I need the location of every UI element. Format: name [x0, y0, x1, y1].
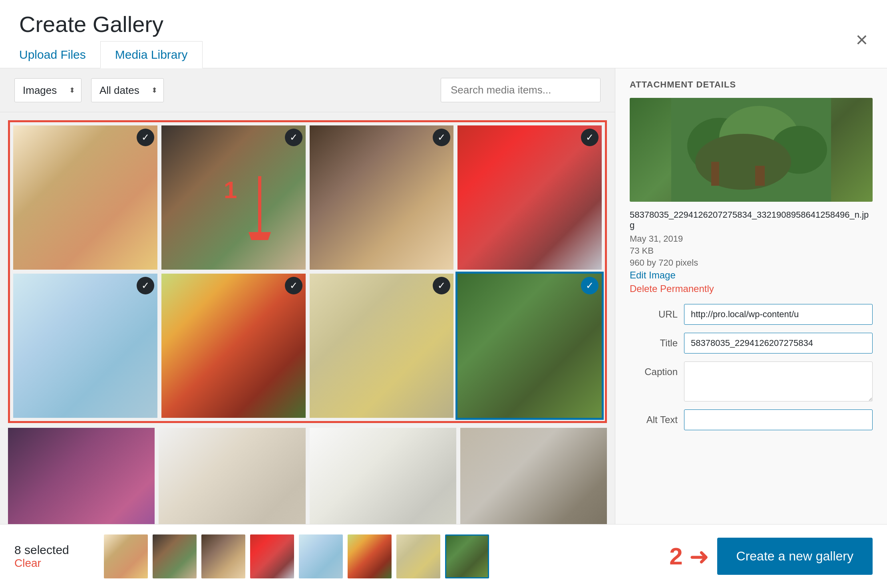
alt-text-field-row: Alt Text	[630, 409, 873, 430]
attachment-details-title: ATTACHMENT DETAILS	[630, 79, 873, 90]
title-field-row: Title	[630, 333, 873, 354]
modal-body: Images Audio Video ⬍ All dates 2019 2020…	[0, 68, 887, 524]
edit-image-link[interactable]: Edit Image	[630, 270, 873, 281]
svg-rect-7	[711, 162, 719, 186]
bottom-bar: 8 selected Clear 2 ➜ Create a new galler…	[0, 524, 887, 588]
type-filter-select[interactable]: Images Audio Video	[14, 78, 82, 102]
delete-permanently-link[interactable]: Delete Permanently	[630, 283, 873, 294]
svg-rect-8	[755, 166, 765, 186]
clear-selection-link[interactable]: Clear	[14, 557, 94, 570]
alt-text-input[interactable]	[684, 409, 873, 430]
check-icon: ✓	[285, 129, 302, 146]
list-item[interactable]: ✓	[13, 125, 157, 270]
list-item[interactable]	[8, 428, 155, 524]
list-item[interactable]	[310, 428, 456, 524]
modal-header: Create Gallery Upload Files Media Librar…	[0, 0, 887, 68]
caption-field-row: Caption	[630, 362, 873, 401]
title-label: Title	[630, 333, 678, 349]
attachment-dimensions: 960 by 720 pixels	[630, 258, 873, 268]
date-filter-select[interactable]: All dates 2019 2020	[91, 78, 164, 102]
selected-count-label: 8 selected	[14, 543, 94, 557]
url-field-row: URL	[630, 304, 873, 325]
check-icon: ✓	[581, 129, 599, 146]
title-input[interactable]	[684, 333, 873, 354]
selected-thumb[interactable]	[445, 534, 489, 578]
check-icon: ✓	[285, 277, 302, 294]
create-gallery-area: 2 ➜ Create a new gallery	[669, 538, 873, 575]
selected-thumb[interactable]	[348, 534, 392, 578]
close-button[interactable]: ×	[856, 29, 868, 50]
type-filter-wrapper: Images Audio Video ⬍	[14, 78, 82, 102]
selected-grid-border: ✓ ✓ ✓ ✓ ✓	[8, 120, 607, 423]
check-icon: ✓	[581, 277, 599, 294]
tab-media-library[interactable]: Media Library	[100, 41, 203, 68]
toolbar: Images Audio Video ⬍ All dates 2019 2020…	[0, 68, 615, 112]
attachment-sidebar: ATTACHMENT DETAILS 58378035_229412620727…	[615, 68, 887, 524]
caption-textarea[interactable]	[684, 362, 873, 401]
list-item[interactable]	[159, 428, 305, 524]
check-icon: ✓	[433, 277, 450, 294]
list-item[interactable]: ✓	[161, 274, 306, 418]
list-item[interactable]: ✓	[310, 274, 454, 418]
selected-thumb[interactable]	[396, 534, 440, 578]
selection-info: 8 selected Clear	[14, 543, 94, 570]
url-input[interactable]	[684, 304, 873, 325]
search-input[interactable]	[441, 78, 601, 102]
date-filter-wrapper: All dates 2019 2020 ⬍	[91, 78, 164, 102]
grid-area: 1	[0, 112, 615, 524]
check-icon: ✓	[137, 277, 154, 294]
image-grid: ✓ ✓ ✓ ✓ ✓	[13, 125, 602, 418]
modal-title: Create Gallery	[19, 11, 203, 37]
selected-thumb[interactable]	[299, 534, 343, 578]
caption-label: Caption	[630, 362, 678, 377]
check-icon: ✓	[433, 129, 450, 146]
list-item[interactable]: ✓	[457, 274, 602, 418]
svg-point-6	[695, 134, 791, 190]
selected-thumb[interactable]	[104, 534, 148, 578]
tab-upload[interactable]: Upload Files	[19, 42, 100, 68]
annotation-2-label: 2	[669, 542, 682, 570]
attachment-filename: 58378035_2294126207275834_33219089586412…	[630, 210, 873, 230]
attachment-size: 73 KB	[630, 246, 873, 256]
list-item[interactable]: ✓	[13, 274, 157, 418]
annotation-1-label: 1	[224, 176, 237, 204]
attachment-thumbnail	[630, 98, 873, 202]
below-grid	[8, 428, 607, 524]
attachment-date: May 31, 2019	[630, 234, 873, 244]
list-item[interactable]	[460, 428, 607, 524]
create-gallery-button[interactable]: Create a new gallery	[717, 538, 873, 575]
selected-thumb[interactable]	[153, 534, 197, 578]
selected-thumb[interactable]	[250, 534, 294, 578]
list-item[interactable]: ✓	[310, 125, 454, 270]
check-icon: ✓	[137, 129, 154, 146]
media-area: Images Audio Video ⬍ All dates 2019 2020…	[0, 68, 615, 524]
alt-text-label: Alt Text	[630, 409, 678, 425]
tabs: Upload Files Media Library	[19, 41, 203, 68]
annotation-2-arrow-icon: ➜	[689, 542, 709, 570]
list-item[interactable]: ✓	[457, 125, 602, 270]
url-label: URL	[630, 304, 678, 320]
modal: Create Gallery Upload Files Media Librar…	[0, 0, 887, 588]
selected-thumbnails-row	[104, 534, 660, 578]
selected-thumb[interactable]	[201, 534, 245, 578]
